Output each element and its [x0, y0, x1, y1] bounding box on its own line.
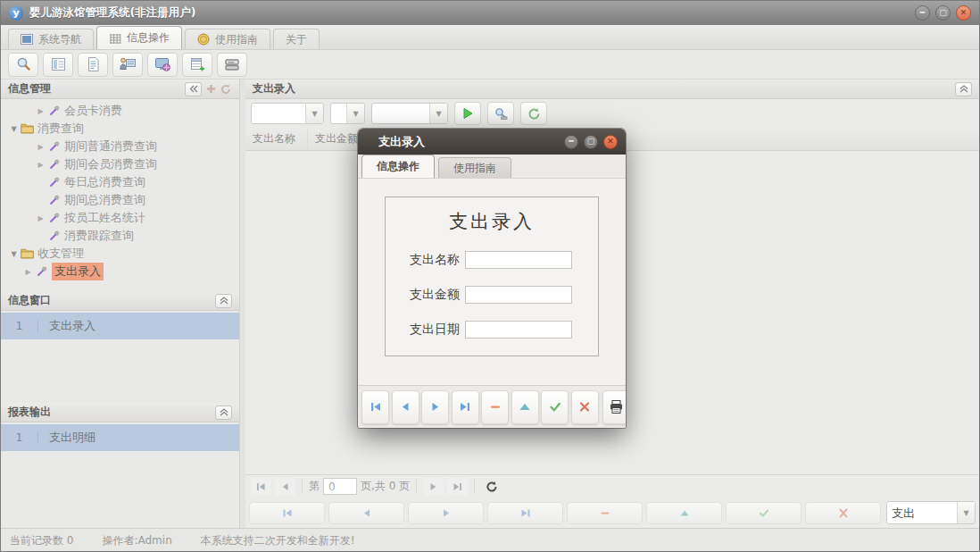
status-record-count: 当前记录数 0	[10, 533, 73, 548]
tree-item[interactable]: ▶ 会员卡消费	[1, 102, 239, 120]
expand-arrow-icon[interactable]: ▶	[35, 143, 46, 151]
tree-item[interactable]: 每日总消费查询	[1, 173, 239, 191]
cancel-record-button[interactable]	[571, 390, 599, 424]
prior-record-button[interactable]	[328, 502, 404, 524]
last-icon	[459, 401, 471, 413]
prior-record-button[interactable]	[392, 390, 419, 424]
refresh-icon[interactable]	[220, 83, 232, 96]
info-tree: ▶ 会员卡消费 ▼ 消费查询 ▶ 期间普通消费查询 ▶ 期间会员	[1, 99, 239, 291]
cancel-icon	[838, 508, 849, 518]
prev-page-button[interactable]	[275, 478, 295, 496]
monitor-globe-icon	[154, 56, 171, 72]
expense-amount-label: 支出金额	[410, 287, 465, 303]
next-record-button[interactable]	[408, 502, 484, 524]
filter-combo-2[interactable]: ▼	[330, 103, 365, 124]
tree-item[interactable]: ▶ 期间会员消费查询	[1, 155, 239, 173]
expense-date-input[interactable]	[465, 321, 572, 339]
refresh-icon	[486, 481, 498, 493]
dialog-title-bar[interactable]: 支出录入 ━ ▢ ✕	[358, 129, 626, 155]
dialog-tab-bar: 信息操作 使用指南	[358, 155, 626, 179]
next-record-button[interactable]	[421, 390, 449, 424]
chevron-down-icon[interactable]: ▼	[957, 502, 975, 523]
chevron-down-icon[interactable]: ▼	[429, 104, 447, 123]
print-button[interactable]	[602, 390, 626, 424]
expand-arrow-icon[interactable]: ▶	[22, 268, 34, 276]
document-button[interactable]	[78, 53, 108, 77]
person-chart-button[interactable]	[112, 53, 143, 77]
list-item[interactable]: 1 支出录入	[1, 313, 239, 339]
tree-item[interactable]: ▶ 按员工姓名统计	[1, 209, 239, 227]
dialog-tab-info-operation[interactable]: 信息操作	[361, 155, 435, 178]
expense-name-input[interactable]	[465, 251, 572, 269]
tree-item[interactable]: 期间总消费查询	[1, 191, 239, 209]
dialog-body: 支出录入 支出名称 支出金额 支出日期	[358, 179, 626, 385]
collapse-arrow-icon[interactable]: ▼	[8, 125, 20, 133]
tree-item[interactable]: ▼ 消费查询	[1, 120, 239, 138]
filter-combo-1[interactable]: ▼	[251, 103, 324, 124]
last-record-button[interactable]	[487, 502, 563, 524]
printer-button[interactable]	[217, 53, 247, 77]
chevron-down-icon[interactable]: ▼	[305, 104, 323, 123]
collapse-left-icon[interactable]	[185, 82, 202, 96]
delete-record-button[interactable]	[481, 390, 509, 424]
form-button[interactable]	[43, 53, 73, 77]
title-bar: y 婴儿游泳馆管理系统(非注册用户) ━ ▢ ✕	[1, 1, 979, 25]
maximize-icon[interactable]: ▢	[935, 5, 951, 21]
edit-record-button[interactable]	[646, 502, 722, 524]
dialog-tab-user-guide[interactable]: 使用指南	[438, 157, 511, 178]
action-combo[interactable]: 支出 ▼	[886, 501, 976, 524]
search-button[interactable]	[8, 53, 38, 77]
collapse-up-icon[interactable]	[955, 82, 972, 96]
delete-record-button[interactable]	[567, 502, 643, 524]
next-page-button[interactable]	[423, 478, 444, 496]
ribbon-tab-bar: 系统导航 信息操作 使用指南 关于	[1, 25, 979, 50]
cancel-record-button[interactable]	[805, 502, 881, 524]
close-icon[interactable]: ✕	[956, 5, 971, 21]
wand-icon	[46, 159, 62, 171]
refresh-grid-button[interactable]	[481, 478, 502, 496]
printer-icon	[223, 56, 241, 72]
column-header-label: 支出名称	[253, 131, 295, 146]
tree-item-selected[interactable]: ▶ 支出录入	[1, 263, 239, 280]
tab-system-nav[interactable]: 系统导航	[8, 29, 94, 49]
chevron-down-icon[interactable]: ▼	[346, 104, 364, 123]
first-record-button[interactable]	[361, 390, 389, 424]
collapse-arrow-icon[interactable]: ▼	[8, 250, 20, 258]
tree-item-label: 期间会员消费查询	[64, 156, 157, 172]
last-page-button[interactable]	[447, 478, 468, 496]
list-item[interactable]: 1 支出明细	[1, 424, 239, 451]
tree-item[interactable]: ▼ 收支管理	[1, 245, 239, 263]
tab-user-guide[interactable]: 使用指南	[185, 29, 270, 49]
monitor-globe-button[interactable]	[147, 53, 178, 77]
table-add-button[interactable]	[182, 53, 212, 77]
edit-record-button[interactable]	[511, 390, 539, 424]
filter-combo-3[interactable]: ▼	[371, 103, 448, 124]
tab-info-operation[interactable]: 信息操作	[96, 26, 182, 49]
page-number-input[interactable]	[323, 478, 357, 495]
post-record-button[interactable]	[726, 502, 801, 524]
close-icon[interactable]: ✕	[603, 135, 618, 149]
maximize-icon[interactable]: ▢	[584, 135, 598, 149]
collapse-up-icon[interactable]	[215, 406, 232, 420]
tree-item[interactable]: 消费跟踪查询	[1, 227, 239, 245]
collapse-up-icon[interactable]	[215, 294, 232, 308]
column-header[interactable]: 支出名称	[245, 128, 308, 150]
first-record-button[interactable]	[249, 502, 325, 524]
expand-arrow-icon[interactable]: ▶	[35, 161, 46, 169]
window-controls: ━ ▢ ✕	[915, 5, 971, 21]
last-record-button[interactable]	[452, 390, 479, 424]
tree-item[interactable]: ▶ 期间普通消费查询	[1, 138, 239, 155]
expense-amount-input[interactable]	[465, 286, 572, 304]
minimize-icon[interactable]: ━	[564, 135, 578, 149]
expand-arrow-icon[interactable]: ▶	[35, 107, 46, 115]
post-record-button[interactable]	[541, 390, 569, 424]
expand-arrow-icon[interactable]: ▶	[35, 214, 46, 222]
run-query-button[interactable]	[454, 102, 481, 125]
refresh-query-button[interactable]	[520, 102, 547, 125]
minimize-icon[interactable]: ━	[915, 5, 930, 21]
plus-icon[interactable]	[204, 83, 217, 96]
first-page-button[interactable]	[251, 478, 271, 496]
refresh-icon	[527, 107, 541, 121]
query-designer-button[interactable]	[487, 102, 514, 125]
tab-about[interactable]: 关于	[273, 29, 320, 49]
